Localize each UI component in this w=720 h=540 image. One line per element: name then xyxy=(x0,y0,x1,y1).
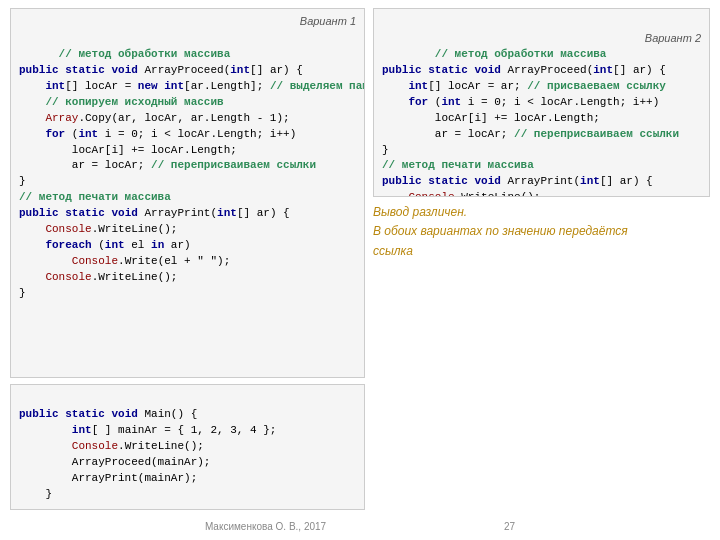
main-code-box: public static void Main() { int[ ] mainA… xyxy=(10,384,365,510)
main-container: Вариант 1 // метод обработки массива pub… xyxy=(0,0,720,540)
variant2-code-box: Вариант 2 // метод обработки массива pub… xyxy=(373,8,710,197)
right-top: Вариант 2 // метод обработки массива pub… xyxy=(373,8,710,378)
variant2-label: Вариант 2 xyxy=(645,31,701,47)
bottom-right-spacer xyxy=(373,384,710,510)
bottom-row: public static void Main() { int[ ] mainA… xyxy=(10,384,710,510)
note-text: Вывод различен. В обоих вариантах по зна… xyxy=(373,203,628,261)
variant1-label: Вариант 1 xyxy=(300,14,356,30)
variant1-code-box: Вариант 1 // метод обработки массива pub… xyxy=(10,8,365,378)
top-row: Вариант 1 // метод обработки массива pub… xyxy=(10,8,710,378)
footer: Максименкова О. В., 2017 27 xyxy=(0,521,720,532)
note-box: Вывод различен. В обоих вариантах по зна… xyxy=(373,203,710,378)
